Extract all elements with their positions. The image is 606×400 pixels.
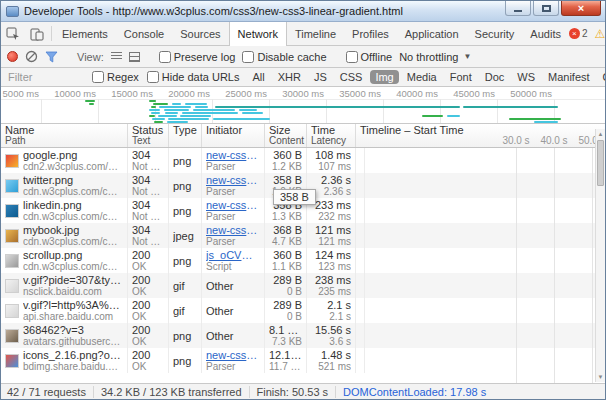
- type-value: png: [173, 255, 197, 267]
- regex-checkbox[interactable]: Regex: [92, 71, 139, 83]
- request-name: google.png: [23, 149, 123, 161]
- scrollbar-thumb[interactable]: [597, 140, 604, 186]
- request-row[interactable]: v.gif?pide=307&type=3071...nsclick.baidu…: [1, 273, 605, 298]
- request-row[interactable]: v.gif?l=http%3A%2F%2Fw...api.share.baidu…: [1, 298, 605, 323]
- type-value: jpeg: [173, 230, 197, 242]
- initiator-link[interactable]: new-css3-linear...: [206, 349, 260, 361]
- tab-audits[interactable]: Audits: [522, 22, 569, 45]
- record-button[interactable]: [7, 51, 18, 62]
- column-header-initiator[interactable]: Initiator: [202, 124, 265, 147]
- request-row[interactable]: mybook.jpgcdn.w3cplus.com/cdn/farf...304…: [1, 223, 605, 248]
- initiator-kind: Parser: [206, 161, 260, 172]
- column-header-size[interactable]: Size Content: [265, 124, 307, 147]
- close-button[interactable]: ×: [561, 1, 601, 16]
- filter-type-font[interactable]: Font: [445, 70, 477, 84]
- throttling-select[interactable]: No throttling ▼: [399, 51, 471, 63]
- filter-type-media[interactable]: Media: [402, 70, 442, 84]
- request-row[interactable]: scrollup.pngcdn.w3cplus.com/cdn/farfu...…: [1, 248, 605, 273]
- disable-cache-label: Disable cache: [257, 51, 326, 63]
- content-value: 1.3 KB: [269, 211, 302, 222]
- disable-cache-input[interactable]: [242, 51, 254, 63]
- initiator-link[interactable]: js_oCVMDTeS...: [206, 249, 260, 261]
- tab-sources[interactable]: Sources: [172, 22, 228, 45]
- file-icon: [5, 329, 19, 343]
- initiator-link[interactable]: new-css3-linear...: [206, 149, 260, 161]
- window-icon: [6, 6, 19, 17]
- time-value: 238 ms: [311, 274, 351, 286]
- regex-input[interactable]: [92, 71, 104, 83]
- filter-type-doc[interactable]: Doc: [480, 70, 510, 84]
- view-list-icon[interactable]: [111, 52, 122, 61]
- disable-cache-checkbox[interactable]: Disable cache: [242, 51, 326, 63]
- hide-data-urls-checkbox[interactable]: Hide data URLs: [147, 71, 240, 83]
- device-toolbar-button[interactable]: [25, 22, 49, 45]
- overview-bar: [215, 106, 460, 108]
- column-header-name[interactable]: Name Path: [1, 124, 128, 147]
- scroll-down-button[interactable]: ▼: [596, 372, 605, 382]
- view-large-icon[interactable]: [129, 52, 140, 62]
- initiator-link[interactable]: new-css3-linear...: [206, 199, 260, 211]
- requests-summary: 42 / 71 requests: [7, 386, 94, 398]
- timeline-gridline: [554, 148, 555, 383]
- tab-profiles[interactable]: Profiles: [344, 22, 397, 45]
- column-header-type[interactable]: Type: [169, 124, 202, 147]
- clear-icon[interactable]: [25, 50, 38, 63]
- window-controls: ×: [503, 1, 601, 16]
- filter-type-js[interactable]: JS: [309, 70, 332, 84]
- column-header-status[interactable]: Status Text: [128, 124, 169, 147]
- request-name: scrollup.png: [23, 249, 123, 261]
- initiator-kind: Parser: [206, 186, 260, 197]
- timeline-header-cell[interactable]: Timeline – Start Time 30.0 s40.0 s50.0 s: [356, 124, 605, 147]
- type-cell: jpeg: [169, 223, 202, 248]
- initiator-link[interactable]: new-css3-linear...: [206, 224, 260, 236]
- filter-type-all[interactable]: All: [247, 70, 269, 84]
- column-header-time[interactable]: Time Latency: [307, 124, 356, 147]
- request-row[interactable]: google.pngcdn2.w3cplus.com/cdn/farf...30…: [1, 148, 605, 173]
- latency-value: 3.6 s: [311, 336, 351, 347]
- file-icon: [5, 204, 19, 218]
- tab-timeline[interactable]: Timeline: [287, 22, 344, 45]
- initiator-kind: Script: [206, 261, 260, 272]
- latency-value: 2.1 s: [311, 311, 351, 322]
- initiator-link[interactable]: new-css3-linear...: [206, 174, 260, 186]
- filter-type-css[interactable]: CSS: [335, 70, 368, 84]
- filter-input[interactable]: [6, 70, 84, 84]
- inspect-element-button[interactable]: [1, 22, 25, 45]
- filter-type-manifest[interactable]: Manifest: [543, 70, 595, 84]
- tab-application[interactable]: Application: [397, 22, 467, 45]
- filter-icon[interactable]: [45, 51, 58, 63]
- filter-type-ws[interactable]: WS: [512, 70, 540, 84]
- latency-value: 2.36 s: [311, 186, 351, 197]
- time-value: 233 ms: [311, 199, 351, 211]
- filter-type-other[interactable]: Other: [598, 70, 606, 84]
- filter-type-img[interactable]: Img: [370, 70, 398, 84]
- initiator-cell: new-css3-linear...Parser: [202, 173, 265, 198]
- divider: [51, 26, 52, 41]
- minimize-button[interactable]: [505, 1, 531, 16]
- warning-badge[interactable]: ⚠ 2: [595, 28, 606, 40]
- preserve-log-checkbox[interactable]: Preserve log: [159, 51, 236, 63]
- maximize-button[interactable]: [533, 1, 559, 16]
- overview[interactable]: 5000 ms10000 ms15000 ms20000 ms25000 ms3…: [1, 87, 605, 124]
- request-name: v.gif?pide=307&type=3071...: [23, 274, 123, 286]
- scroll-up-button[interactable]: ▲: [596, 129, 605, 139]
- offline-checkbox[interactable]: Offline: [346, 51, 393, 63]
- preserve-log-input[interactable]: [159, 51, 171, 63]
- tab-console[interactable]: Console: [116, 22, 172, 45]
- tab-security[interactable]: Security: [467, 22, 523, 45]
- filter-type-xhr[interactable]: XHR: [273, 70, 306, 84]
- error-badge[interactable]: × 2: [569, 28, 588, 39]
- warning-icon: ⚠: [595, 28, 606, 40]
- tab-network[interactable]: Network: [229, 22, 287, 46]
- size-value: 12.1 KB: [269, 349, 302, 361]
- size-cell: 12.1 KB11.7 KB: [265, 348, 307, 373]
- hide-data-urls-input[interactable]: [147, 71, 159, 83]
- name-cell: v.gif?l=http%3A%2F%2Fw...api.share.baidu…: [1, 298, 128, 323]
- request-row[interactable]: 368462?v=3avatars.githubusercontent...20…: [1, 323, 605, 348]
- offline-input[interactable]: [346, 51, 358, 63]
- table-scrollbar[interactable]: ▲ ▼: [595, 129, 605, 382]
- request-row[interactable]: icons_2.16.png?og=8150896...bdimg.share.…: [1, 348, 605, 373]
- tab-elements[interactable]: Elements: [54, 22, 116, 45]
- timeline-cell: [356, 148, 365, 173]
- type-value: gif: [173, 305, 197, 317]
